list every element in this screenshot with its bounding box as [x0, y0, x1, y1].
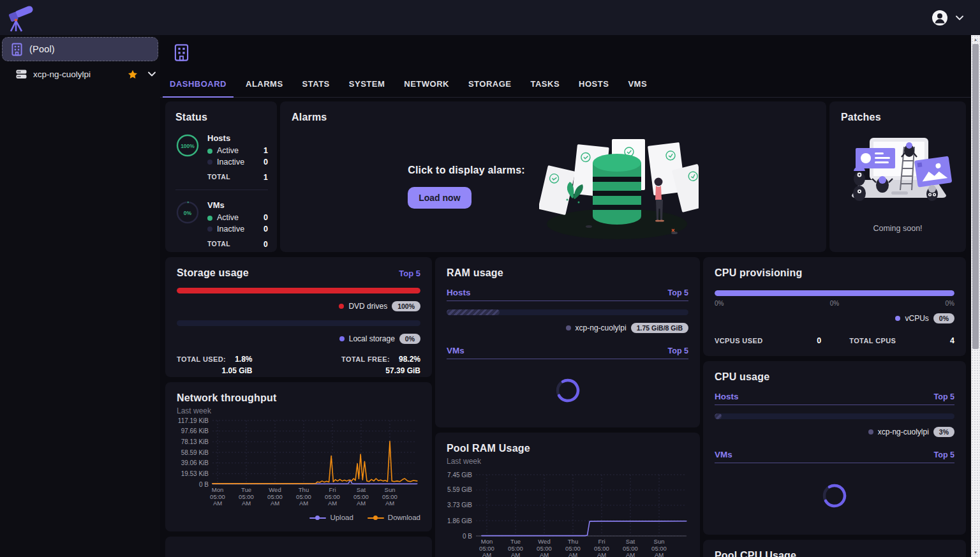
- ram-usage-card: RAM usage Hosts Top 5 xcp-ng-cuolylpi: [435, 257, 700, 427]
- ram-vms-loading: [447, 377, 688, 404]
- sidebar: (Pool) xcp-ng-cuolylpi: [0, 35, 160, 557]
- local-storage-badge: 0%: [399, 334, 420, 344]
- cpu-hosts-header: Hosts Top 5: [715, 392, 954, 405]
- cpu-prov-title: CPU provisioning: [715, 267, 954, 279]
- vcpus-legend: vCPUs 0%: [715, 313, 954, 323]
- ram-hosts-link[interactable]: Hosts: [447, 288, 471, 297]
- storage-top5-link[interactable]: Top 5: [399, 269, 420, 278]
- vms-progress-ring: 0%: [175, 200, 200, 225]
- patches-illustration: [843, 133, 953, 214]
- scrollbar-up-arrow[interactable]: ▲: [971, 35, 980, 44]
- tab-network[interactable]: NETWORK: [394, 70, 459, 97]
- storage-title: Storage usage: [177, 267, 249, 279]
- network-subtitle: Last week: [177, 406, 420, 415]
- svg-text:1.86 GiB: 1.86 GiB: [447, 517, 472, 524]
- xo-lite-logo-telescope-icon[interactable]: [6, 3, 34, 33]
- divider: [175, 189, 268, 190]
- tab-alarms[interactable]: ALARMS: [236, 70, 293, 97]
- ram-host-badge: 1.75 GiB/8 GiB: [631, 323, 688, 333]
- scrollbar-thumb[interactable]: [972, 44, 979, 349]
- host-server-icon: [16, 70, 27, 79]
- chevron-down-icon[interactable]: [956, 15, 963, 20]
- svg-text:Sun05:00AM: Sun05:00AM: [382, 486, 397, 507]
- hosts-heading: Hosts: [207, 133, 268, 143]
- vcpus-dot: [895, 316, 900, 321]
- tab-vms[interactable]: VMS: [618, 70, 657, 97]
- ram-vms-top5-link[interactable]: Top 5: [668, 346, 688, 355]
- vms-heading: VMs: [207, 200, 268, 210]
- total-free: TOTAL FREE:98.2% 57.39 GiB: [341, 355, 420, 375]
- vms-active-row: Active 0: [207, 212, 268, 224]
- svg-text:117.19 KiB: 117.19 KiB: [178, 417, 209, 424]
- svg-text:58.59 KiB: 58.59 KiB: [181, 449, 209, 456]
- svg-text:39.06 KiB: 39.06 KiB: [181, 459, 209, 466]
- cpu-vms-link[interactable]: VMs: [715, 450, 732, 459]
- svg-text:Sun05:00AM: Sun05:00AM: [651, 538, 667, 557]
- svg-text:97.66 KiB: 97.66 KiB: [181, 427, 209, 434]
- tab-dashboard[interactable]: DASHBOARD: [160, 70, 236, 97]
- svg-text:3.73 GiB: 3.73 GiB: [447, 501, 472, 509]
- tab-system[interactable]: SYSTEM: [339, 70, 394, 97]
- pool-building-icon: [11, 43, 22, 56]
- pool-ram-usage-chart: 7.45 GiB5.59 GiB3.73 GiB1.86 GiB0 BMon05…: [447, 466, 689, 557]
- cpu-host-bar: [715, 413, 954, 419]
- tab-storage[interactable]: STORAGE: [459, 70, 521, 97]
- user-menu[interactable]: [932, 10, 963, 26]
- dvd-drives-legend: DVD drives 100%: [177, 301, 420, 311]
- svg-text:Mon05:00AM: Mon05:00AM: [210, 486, 225, 507]
- legend-download[interactable]: Download: [368, 514, 420, 521]
- legend-upload[interactable]: Upload: [309, 514, 353, 521]
- tab-tasks[interactable]: TASKS: [521, 70, 570, 97]
- cpu-usage-card: CPU usage Hosts Top 5 xcp-ng-cuolylpi: [703, 361, 966, 535]
- ram-hosts-top5-link[interactable]: Top 5: [668, 288, 688, 297]
- svg-text:Wed05:00AM: Wed05:00AM: [537, 538, 552, 557]
- svg-text:Sat05:00AM: Sat05:00AM: [353, 486, 369, 507]
- cpu-hosts-top5-link[interactable]: Top 5: [934, 392, 954, 401]
- svg-text:78.13 KiB: 78.13 KiB: [181, 438, 209, 445]
- hosts-active-row: Active 1: [207, 145, 268, 157]
- active-dot: [207, 216, 212, 221]
- sidebar-item-host[interactable]: xcp-ng-cuolylpi: [2, 63, 158, 85]
- vms-total-row: TOTAL 0: [207, 240, 268, 249]
- database-cylinder: [593, 154, 641, 225]
- inactive-dot: [207, 160, 212, 165]
- svg-text:100%: 100%: [181, 143, 195, 149]
- scrollbar-down-arrow[interactable]: ▼: [971, 548, 980, 557]
- tab-stats[interactable]: STATS: [293, 70, 339, 97]
- pool-cpu-title: Pool CPU Usage: [715, 550, 954, 557]
- svg-text:0 B: 0 B: [199, 481, 209, 488]
- loading-spinner-icon: [554, 377, 581, 404]
- status-vms-group: 0% VMs Active 0: [175, 200, 268, 249]
- svg-text:Sat05:00AM: Sat05:00AM: [623, 538, 638, 557]
- ram-host-legend: xcp-ng-cuolylpi 1.75 GiB/8 GiB: [447, 323, 688, 333]
- patches-title: Patches: [841, 112, 954, 123]
- status-card: Status 100% Hosts Active: [165, 101, 277, 252]
- svg-text:Fri05:00AM: Fri05:00AM: [325, 486, 340, 507]
- cpu-vms-header: VMs Top 5: [715, 450, 954, 463]
- alarms-message: Click to display alarms:: [408, 165, 525, 176]
- svg-text:7.45 GiB: 7.45 GiB: [447, 472, 472, 479]
- storage-usage-card: Storage usage Top 5 DVD drives 100%: [165, 257, 432, 377]
- cpu-prov-footer: VCPUS USED 0 TOTAL CPUS 4: [715, 336, 954, 345]
- svg-text:Mon05:00AM: Mon05:00AM: [479, 538, 494, 557]
- scrollbar[interactable]: ▲ ▼: [971, 35, 980, 557]
- pool-label: (Pool): [29, 44, 55, 54]
- cpu-prov-scale: 0% 0% 0%: [715, 300, 954, 307]
- cpu-provisioning-card: CPU provisioning 0% 0% 0% v: [703, 257, 966, 356]
- cpu-hosts-link[interactable]: Hosts: [715, 392, 739, 401]
- favorite-star-icon[interactable]: [128, 70, 138, 79]
- dvd-drives-badge: 100%: [392, 301, 420, 311]
- hosts-inactive-row: Inactive 0: [207, 157, 268, 168]
- host-chevron-down-icon[interactable]: [148, 71, 156, 77]
- user-avatar-icon[interactable]: [932, 10, 948, 26]
- cpu-vms-top5-link[interactable]: Top 5: [934, 450, 954, 459]
- sidebar-item-pool[interactable]: (Pool): [2, 37, 158, 61]
- local-storage-bar: [177, 320, 420, 326]
- pool-cpu-usage-card: Pool CPU Usage: [703, 540, 966, 557]
- pool-ram-usage-card: Pool RAM Usage Last week 7.45 GiB5.59 Gi…: [435, 433, 700, 557]
- ram-host-bar: [447, 309, 688, 315]
- patches-card: Patches: [829, 101, 966, 252]
- ram-vms-link[interactable]: VMs: [447, 346, 464, 355]
- tab-hosts[interactable]: HOSTS: [569, 70, 618, 97]
- load-now-button[interactable]: Load now: [408, 187, 471, 209]
